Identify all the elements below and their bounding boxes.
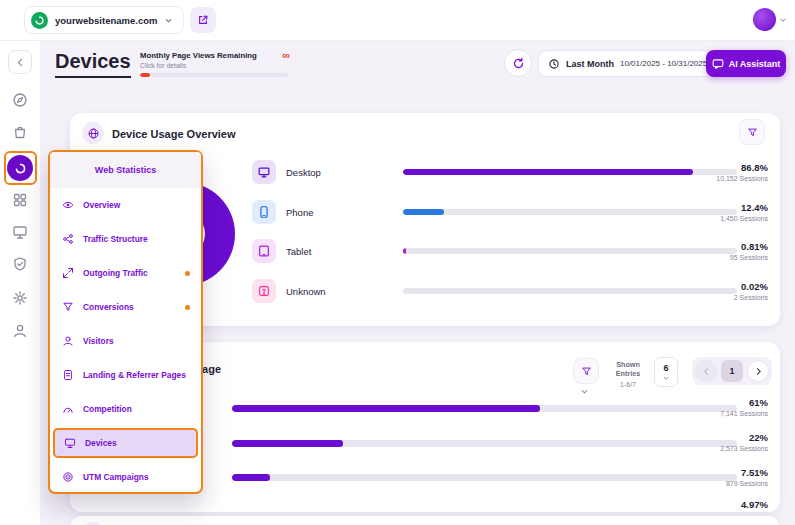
top-bar: yourwebsitename.com (0, 0, 795, 41)
device-label: Tablet (286, 246, 311, 257)
menu-item-landing-referrer-pages[interactable]: Landing & Referrer Pages (50, 358, 201, 392)
usage-percent: 61% (720, 397, 768, 408)
shield-icon (12, 256, 28, 272)
page-icon (62, 369, 74, 381)
user-icon (62, 335, 74, 347)
sidebar-item-screens[interactable] (12, 224, 28, 240)
sidebar-item-orders[interactable] (12, 124, 28, 140)
device-label: Phone (286, 207, 313, 218)
avatar (753, 8, 776, 31)
device-bar-fill (403, 169, 693, 175)
sidebar-item-web-statistics[interactable] (7, 155, 33, 181)
next-card-partial (70, 516, 780, 525)
date-range-selector[interactable]: Last Month 10/01/2025 - 10/31/2025 (538, 50, 731, 77)
chevron-down-icon[interactable] (580, 387, 589, 396)
filter-button[interactable] (573, 358, 599, 384)
device-percent: 0.02% (734, 281, 768, 292)
menu-item-outgoing-traffic[interactable]: Outgoing Traffic (50, 256, 201, 290)
compass-icon (12, 92, 28, 108)
menu-item-label: Traffic Structure (83, 234, 148, 244)
menu-title: Web Statistics (50, 152, 201, 188)
sidebar-item-security[interactable] (12, 256, 28, 272)
arrows-out-icon (62, 267, 74, 279)
usage-bar-fill (232, 440, 343, 447)
user-menu[interactable] (753, 8, 787, 31)
arrow-left-icon (15, 57, 26, 68)
device-label: Unknown (286, 286, 326, 297)
device-stats: 12.4% 1,450 Sessions (720, 202, 768, 222)
site-logo-icon (31, 12, 48, 29)
device-bar (403, 248, 737, 254)
menu-item-conversions[interactable]: Conversions (50, 290, 201, 324)
notification-dot (185, 305, 190, 310)
filter-icon (747, 127, 758, 138)
date-range-value: 10/01/2025 - 10/31/2025 (620, 59, 707, 68)
site-name: yourwebsitename.com (55, 15, 157, 26)
menu-item-label: Landing & Referrer Pages (83, 370, 186, 380)
refresh-icon (512, 57, 525, 70)
notification-dot (185, 271, 190, 276)
sidebar-item-profile[interactable] (12, 323, 28, 339)
page-title: Devices (55, 50, 131, 78)
gauge-icon (62, 403, 74, 415)
menu-item-visitors[interactable]: Visitors (50, 324, 201, 358)
device-percent: 12.4% (720, 202, 768, 213)
quota-progress-fill (140, 73, 150, 77)
menu-item-label: Outgoing Traffic (83, 268, 148, 278)
menu-item-label: Competition (83, 404, 132, 414)
site-selector[interactable]: yourwebsitename.com (24, 6, 184, 34)
shown-entries: Shown Entries 1-6/7 (604, 360, 652, 388)
next-page-button[interactable] (747, 360, 769, 382)
quota-progress-bar (140, 73, 288, 77)
menu-item-devices[interactable]: Devices (53, 428, 198, 458)
bullseye-icon (62, 471, 74, 483)
usage-stats: 22% 2,573 Sessions (720, 432, 768, 452)
prev-page-button[interactable] (695, 360, 717, 382)
usage-bar (232, 474, 737, 481)
shown-entries-range: 1-6/7 (604, 381, 652, 388)
page-size-select[interactable]: 6 (654, 357, 678, 387)
ai-assistant-button[interactable]: AI Assistant (706, 50, 786, 77)
open-site-button[interactable] (190, 7, 216, 33)
usage-bar (232, 405, 737, 412)
web-statistics-menu: Web Statistics Overview Traffic Structur… (48, 150, 203, 494)
menu-item-overview[interactable]: Overview (50, 188, 201, 222)
tablet-icon (252, 239, 276, 263)
chevron-down-icon (779, 16, 787, 24)
shopping-bag-icon (12, 124, 28, 140)
sidebar-item-apps[interactable] (12, 192, 28, 208)
menu-item-competition[interactable]: Competition (50, 392, 201, 426)
page-size-value: 6 (663, 363, 668, 373)
icon-sidebar (0, 41, 40, 525)
gear-icon (12, 290, 28, 306)
web-statistics-icon (14, 162, 27, 175)
monitor-icon (12, 224, 28, 240)
phone-icon (252, 200, 276, 224)
collapse-sidebar-button[interactable] (8, 50, 32, 74)
desktop-icon (252, 160, 276, 184)
sidebar-item-explore[interactable] (12, 92, 28, 108)
menu-item-utm-campaigns[interactable]: UTM Campaigns (50, 460, 201, 494)
device-sessions: 10,152 Sessions (716, 175, 768, 182)
usage-stats: 61% 7,141 Sessions (720, 397, 768, 417)
quota-details-link[interactable]: Click for details (140, 62, 290, 69)
usage-sessions: 7,141 Sessions (720, 410, 768, 417)
usage-percent: 7.51% (726, 467, 768, 478)
usage-percent: 22% (720, 432, 768, 443)
menu-item-label: UTM Campaigns (83, 472, 149, 482)
menu-item-label: Visitors (83, 336, 114, 346)
sidebar-item-settings[interactable] (12, 290, 28, 306)
device-stats: 0.81% 95 Sessions (730, 241, 768, 261)
filter-button[interactable] (739, 119, 765, 145)
card-title: Device Usage Overview (112, 128, 236, 140)
device-bar (403, 209, 737, 215)
page-number[interactable]: 1 (721, 360, 743, 382)
device-sessions: 95 Sessions (730, 254, 768, 261)
menu-item-traffic-structure[interactable]: Traffic Structure (50, 222, 201, 256)
menu-item-label: Overview (83, 200, 120, 210)
eye-icon (62, 199, 74, 211)
usage-bar-fill (232, 474, 270, 481)
usage-sessions: 879 Sessions (726, 480, 768, 487)
refresh-button[interactable] (504, 49, 532, 77)
usage-stats: 4.97% (741, 499, 768, 510)
